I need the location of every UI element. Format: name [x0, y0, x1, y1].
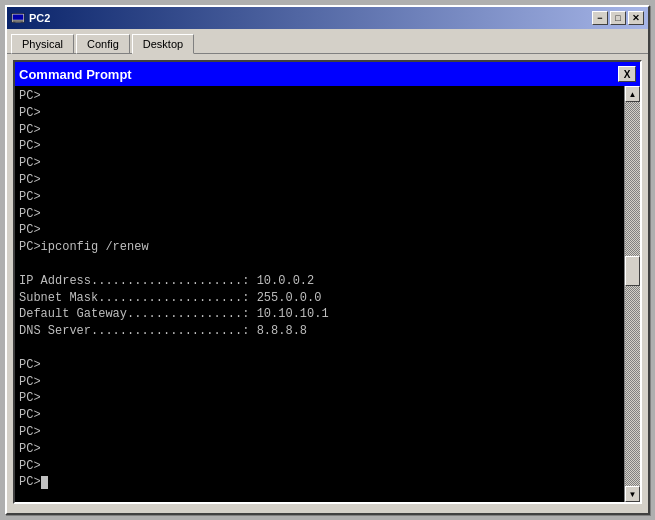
close-button[interactable]: ✕ — [628, 11, 644, 25]
tab-desktop[interactable]: Desktop — [132, 34, 194, 54]
svg-rect-1 — [13, 15, 24, 20]
scroll-track — [625, 102, 640, 486]
cmd-close-button[interactable]: X — [618, 66, 636, 82]
svg-rect-3 — [15, 22, 20, 23]
scroll-down-button[interactable]: ▼ — [625, 486, 640, 502]
title-bar: PC2 − □ ✕ — [7, 7, 648, 29]
minimize-button[interactable]: − — [592, 11, 608, 25]
scroll-up-button[interactable]: ▲ — [625, 86, 640, 102]
window-title: PC2 — [29, 12, 50, 24]
window-controls: − □ ✕ — [592, 11, 644, 25]
cmd-title-bar: Command Prompt X — [15, 62, 640, 86]
tab-physical[interactable]: Physical — [11, 34, 74, 54]
cmd-scrollbar[interactable]: ▲ ▼ — [624, 86, 640, 502]
cmd-text-area[interactable]: PC> PC> PC> PC> PC> PC> PC> PC> PC> PC>i… — [15, 86, 624, 502]
window-title-group: PC2 — [11, 11, 50, 25]
main-content: Command Prompt X PC> PC> PC> PC> PC> PC>… — [7, 54, 648, 510]
window-icon — [11, 11, 25, 25]
cmd-title: Command Prompt — [19, 67, 132, 82]
main-window: PC2 − □ ✕ Physical Config Desktop Comman… — [5, 5, 650, 515]
svg-rect-2 — [13, 21, 24, 22]
cmd-body: PC> PC> PC> PC> PC> PC> PC> PC> PC> PC>i… — [15, 86, 640, 502]
maximize-button[interactable]: □ — [610, 11, 626, 25]
scroll-thumb[interactable] — [625, 256, 640, 286]
tabs-area: Physical Config Desktop — [7, 29, 648, 54]
cursor — [41, 476, 48, 489]
tab-config[interactable]: Config — [76, 34, 130, 54]
command-prompt-window: Command Prompt X PC> PC> PC> PC> PC> PC>… — [13, 60, 642, 504]
